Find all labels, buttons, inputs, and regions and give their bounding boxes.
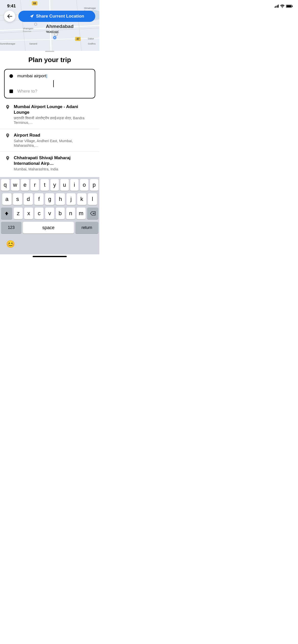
keyboard-row-2: a s d f g h j k l bbox=[1, 193, 98, 205]
svg-text:અમદાવાદ: અમદાવાદ bbox=[46, 30, 59, 34]
shift-icon bbox=[4, 211, 9, 216]
key-r[interactable]: r bbox=[31, 179, 39, 191]
suggestion-name: Mumbai Airport Lounge - Adani Lounge bbox=[14, 104, 94, 115]
to-input[interactable]: Where to? bbox=[17, 89, 37, 94]
key-u[interactable]: u bbox=[60, 179, 69, 191]
from-input[interactable]: mumbai airport bbox=[17, 74, 91, 79]
svg-point-18 bbox=[54, 37, 56, 38]
back-button[interactable] bbox=[4, 11, 15, 22]
shift-button[interactable] bbox=[1, 208, 12, 219]
keyboard: q w e r t y u i o p a s d f g h j k l z … bbox=[0, 177, 99, 254]
dest-square bbox=[9, 90, 13, 93]
key-a[interactable]: a bbox=[2, 193, 11, 205]
suggestion-text: Chhatrapati Shivaji Maharaj Internationa… bbox=[14, 155, 94, 171]
suggestion-item[interactable]: Mumbai Airport Lounge - Adani Lounge छत्… bbox=[0, 100, 99, 129]
pin-icon bbox=[5, 156, 10, 161]
status-time: 9:41 bbox=[7, 4, 16, 9]
key-n[interactable]: n bbox=[66, 208, 75, 219]
route-dest-icon bbox=[9, 90, 14, 93]
suggestion-sub: Sahar Village, Andheri East, Mumbai, Mah… bbox=[14, 139, 94, 148]
share-location-button[interactable]: Share Current Location bbox=[18, 11, 95, 22]
svg-text:Dakor: Dakor bbox=[88, 37, 94, 40]
key-o[interactable]: o bbox=[80, 179, 88, 191]
key-m[interactable]: m bbox=[77, 208, 86, 219]
pin-icon bbox=[5, 133, 10, 138]
search-box[interactable]: mumbai airport Where to? bbox=[4, 69, 95, 98]
suggestion-name: Airport Road bbox=[14, 133, 94, 138]
key-f[interactable]: f bbox=[34, 193, 44, 205]
suggestion-text: Mumbai Airport Lounge - Adani Lounge छत्… bbox=[14, 104, 94, 125]
delete-icon bbox=[90, 211, 96, 216]
suggestion-item[interactable]: Airport Road Sahar Village, Andheri East… bbox=[0, 129, 99, 152]
key-l[interactable]: l bbox=[88, 193, 97, 205]
origin-dot bbox=[9, 74, 13, 78]
delete-button[interactable] bbox=[87, 208, 98, 219]
keyboard-bottom: 😊 bbox=[1, 236, 98, 253]
key-v[interactable]: v bbox=[45, 208, 54, 219]
return-button[interactable]: return bbox=[75, 222, 98, 233]
from-row: mumbai airport bbox=[9, 72, 91, 80]
share-location-label: Share Current Location bbox=[36, 14, 84, 19]
key-k[interactable]: k bbox=[77, 193, 86, 205]
numbers-button[interactable]: 123 bbox=[1, 222, 21, 233]
key-y[interactable]: y bbox=[50, 179, 59, 191]
key-d[interactable]: d bbox=[24, 193, 33, 205]
suggestions-list: Mumbai Airport Lounge - Adani Lounge छत्… bbox=[0, 100, 99, 177]
key-x[interactable]: x bbox=[24, 208, 33, 219]
svg-text:Viramgam: Viramgam bbox=[23, 27, 33, 30]
route-line bbox=[53, 80, 54, 87]
suggestion-item[interactable]: Chhatrapati Shivaji Maharaj Internationa… bbox=[0, 152, 99, 175]
suggestion-name: Chhatrapati Shivaji Maharaj Internationa… bbox=[14, 155, 94, 166]
suggestion-text: Airport Road Sahar Village, Andheri East… bbox=[14, 133, 94, 148]
route-origin-icon bbox=[9, 74, 14, 78]
svg-text:Surendranagar: Surendranagar bbox=[0, 42, 15, 45]
keyboard-row-3: z x c v b n m bbox=[1, 208, 98, 219]
key-h[interactable]: h bbox=[56, 193, 65, 205]
svg-text:Sanand: Sanand bbox=[29, 42, 37, 45]
key-i[interactable]: i bbox=[70, 179, 79, 191]
key-c[interactable]: c bbox=[35, 208, 44, 219]
key-w[interactable]: w bbox=[11, 179, 19, 191]
key-z[interactable]: z bbox=[14, 208, 23, 219]
home-indicator bbox=[33, 256, 67, 257]
key-s[interactable]: s bbox=[13, 193, 22, 205]
space-button[interactable]: space bbox=[23, 222, 74, 233]
emoji-button[interactable]: 😊 bbox=[5, 239, 16, 249]
location-arrow-icon bbox=[30, 14, 34, 19]
suggestion-sub: Mumbai, Maharashtra, India bbox=[14, 167, 94, 171]
svg-text:47: 47 bbox=[76, 38, 79, 40]
key-t[interactable]: t bbox=[40, 179, 49, 191]
key-j[interactable]: j bbox=[66, 193, 76, 205]
key-b[interactable]: b bbox=[56, 208, 65, 219]
content-panel: Plan your trip mumbai airport Where to? … bbox=[0, 51, 99, 177]
suggestion-sub: छत्रपति शिवाजी अंतर्राष्ट्रीय हवाईअड्डा … bbox=[14, 116, 94, 125]
keyboard-row-1: q w e r t y u i o p bbox=[1, 179, 98, 191]
key-q[interactable]: q bbox=[1, 179, 9, 191]
key-p[interactable]: p bbox=[90, 179, 98, 191]
key-e[interactable]: e bbox=[21, 179, 29, 191]
svg-text:Godhra: Godhra bbox=[88, 42, 96, 45]
key-g[interactable]: g bbox=[45, 193, 54, 205]
page-title: Plan your trip bbox=[0, 52, 99, 69]
back-arrow-icon bbox=[7, 14, 12, 19]
status-bar: 9:41 bbox=[0, 0, 99, 10]
svg-text:વિરામગામ: વિરામગામ bbox=[23, 30, 31, 33]
svg-text:Ahmedabad: Ahmedabad bbox=[46, 24, 74, 29]
pin-icon bbox=[5, 105, 10, 110]
keyboard-row-4: 123 space return bbox=[1, 222, 98, 233]
to-row: Where to? bbox=[9, 88, 91, 95]
